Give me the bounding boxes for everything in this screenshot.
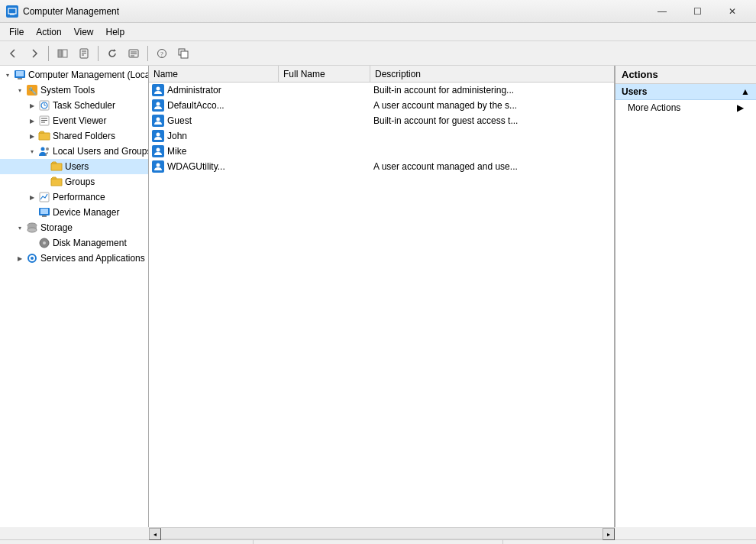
expander-computer-mgmt[interactable]: ▾	[2, 72, 14, 79]
tree-item-local-users-groups[interactable]: ▾ Local Users and Groups	[0, 144, 148, 159]
actions-pane: Actions Users ▲ More Actions ▶	[615, 66, 756, 527]
svg-point-43	[157, 87, 160, 91]
horizontal-scrollbar[interactable]: ◂ ▸	[149, 527, 615, 539]
tree-pane[interactable]: ▾ Computer Management (Local ▾ 🔧 System …	[0, 66, 149, 527]
tree-item-task-scheduler[interactable]: ▶ Task Scheduler	[0, 98, 148, 113]
toolbar: ?	[0, 41, 756, 66]
tree-label-performance: Performance	[53, 192, 105, 202]
status-section-2	[254, 540, 504, 544]
svg-rect-2	[10, 14, 15, 15]
user-icon	[152, 99, 164, 112]
back-button[interactable]	[3, 44, 23, 63]
list-row[interactable]: Guest Built-in account for guest access …	[149, 113, 614, 128]
list-row[interactable]: Mike	[149, 144, 614, 159]
expander-storage[interactable]: ▾	[14, 225, 26, 232]
user-icon	[152, 115, 164, 127]
close-button[interactable]: ✕	[715, 0, 750, 23]
tree-item-device-manager[interactable]: ▶ Device Manager	[0, 205, 148, 220]
svg-point-47	[157, 148, 160, 152]
export-button[interactable]	[124, 44, 144, 63]
cell-name-john: John	[149, 130, 279, 142]
expander-performance[interactable]: ▶	[26, 194, 38, 201]
svg-point-42	[31, 257, 34, 260]
svg-rect-19	[18, 78, 22, 79]
menu-bar: File Action View Help	[0, 23, 756, 41]
col-header-description[interactable]: Description	[370, 66, 614, 82]
menu-action[interactable]: Action	[30, 25, 67, 39]
show-hide-console-button[interactable]	[53, 44, 73, 63]
user-icon	[152, 145, 164, 157]
expander-services-apps[interactable]: ▶	[14, 255, 26, 262]
scroll-right-button[interactable]: ▸	[603, 528, 615, 540]
list-row[interactable]: WDAGUtility... A user account managed an…	[149, 159, 614, 174]
window-controls: — ☐ ✕	[645, 0, 750, 23]
menu-file[interactable]: File	[3, 25, 30, 39]
tree-label-services-apps: Services and Applications	[40, 253, 145, 264]
tree-item-users[interactable]: ▶ Users	[0, 159, 148, 174]
tree-item-storage[interactable]: ▾ Storage	[0, 220, 148, 235]
svg-point-31	[46, 147, 49, 151]
list-row[interactable]: Administrator Built-in account for admin…	[149, 83, 614, 98]
tree-label-event-viewer: Event Viewer	[53, 115, 106, 126]
menu-view[interactable]: View	[68, 25, 100, 39]
col-header-fullname[interactable]: Full Name	[279, 66, 370, 82]
minimize-button[interactable]: —	[645, 0, 680, 23]
refresh-button[interactable]	[102, 44, 122, 63]
tree-label-users: Users	[65, 161, 89, 172]
tree-item-computer-mgmt[interactable]: ▾ Computer Management (Local	[0, 67, 148, 83]
cell-name-administrator: Administrator	[149, 84, 279, 96]
disk-management-icon	[38, 237, 50, 249]
toolbar-sep-1	[48, 46, 49, 61]
scroll-track[interactable]	[161, 528, 603, 539]
tree-item-disk-management[interactable]: ▶ Disk Management	[0, 235, 148, 251]
tree-label-disk-management: Disk Management	[53, 238, 127, 248]
expander-shared-folders[interactable]: ▶	[26, 133, 38, 140]
list-body[interactable]: Administrator Built-in account for admin…	[149, 83, 614, 527]
cell-name-guest: Guest	[149, 115, 279, 127]
groups-folder-icon	[50, 176, 63, 188]
app-icon	[6, 5, 18, 18]
help-button[interactable]: ?	[152, 44, 172, 63]
maximize-button[interactable]: ☐	[680, 0, 715, 23]
tree-item-performance[interactable]: ▶ Performance	[0, 189, 148, 205]
tree-item-groups[interactable]: ▶ Groups	[0, 174, 148, 189]
menu-help[interactable]: Help	[100, 25, 131, 39]
tree-label-local-users-groups: Local Users and Groups	[53, 146, 149, 157]
cell-name-mike: Mike	[149, 145, 279, 157]
services-apps-icon	[26, 252, 38, 264]
scroll-left-button[interactable]: ◂	[149, 528, 161, 540]
system-tools-icon: 🔧	[26, 84, 38, 96]
actions-header: Actions	[615, 66, 756, 84]
col-header-name[interactable]: Name	[149, 66, 279, 82]
svg-point-30	[41, 147, 45, 151]
expander-event-viewer[interactable]: ▶	[26, 118, 38, 125]
action-more-actions[interactable]: More Actions ▶	[615, 100, 756, 115]
title-bar: Computer Management — ☐ ✕	[0, 0, 756, 23]
tree-item-event-viewer[interactable]: ▶ Event Viewer	[0, 113, 148, 128]
task-scheduler-icon	[38, 99, 50, 112]
tree-label-task-scheduler: Task Scheduler	[53, 100, 115, 111]
list-row[interactable]: John	[149, 128, 614, 144]
status-section-1	[3, 540, 254, 544]
cell-desc-administrator: Built-in account for administering...	[370, 85, 614, 96]
tree-item-shared-folders[interactable]: ▶ Shared Folders	[0, 128, 148, 144]
expander-task-scheduler[interactable]: ▶	[26, 102, 38, 109]
svg-point-46	[157, 133, 160, 137]
expander-system-tools[interactable]: ▾	[14, 87, 26, 94]
properties-button[interactable]	[74, 44, 94, 63]
expander-local-users-groups[interactable]: ▾	[26, 148, 38, 155]
shared-folders-icon	[38, 130, 50, 142]
new-window-button[interactable]	[173, 44, 193, 63]
tree-item-services-apps[interactable]: ▶ Services and Applications	[0, 251, 148, 266]
forward-button[interactable]	[24, 44, 44, 63]
svg-point-44	[157, 102, 160, 106]
user-icon	[152, 160, 164, 173]
tree-label-computer-mgmt: Computer Management (Local	[28, 70, 149, 80]
tree-item-system-tools[interactable]: ▾ 🔧 System Tools	[0, 83, 148, 98]
device-manager-icon	[38, 206, 50, 219]
actions-section-users[interactable]: Users ▲	[615, 84, 756, 100]
svg-point-40	[43, 241, 46, 244]
tree-label-device-manager: Device Manager	[53, 207, 119, 218]
list-row[interactable]: DefaultAcco... A user account managed by…	[149, 98, 614, 113]
section-collapse-icon: ▲	[741, 86, 750, 97]
